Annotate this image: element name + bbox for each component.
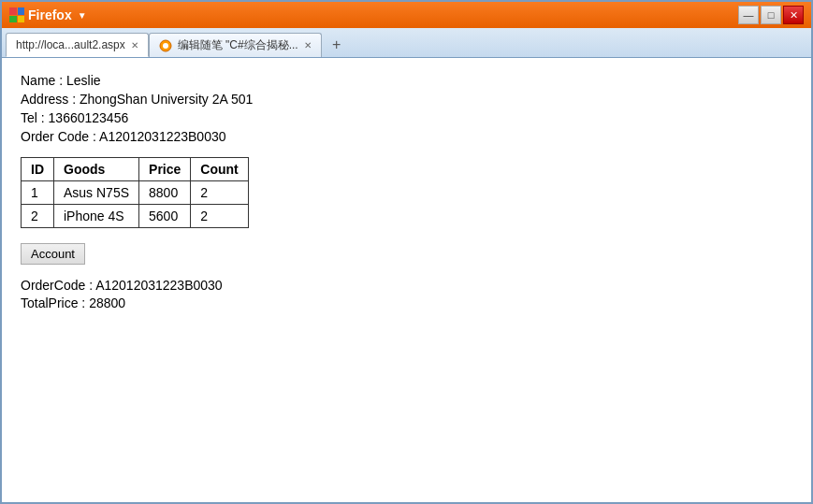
cell-count: 2 [191, 181, 248, 205]
address-line: Address : ZhongShan University 2A 501 [21, 92, 792, 107]
total-price-summary: TotalPrice : 28800 [21, 295, 792, 310]
cell-count: 2 [191, 205, 248, 228]
close-button[interactable]: ✕ [783, 6, 804, 24]
titlebar: Firefox ▼ — □ ✕ [2, 2, 811, 28]
account-button[interactable]: Account [21, 243, 85, 265]
minimize-button[interactable]: — [738, 6, 759, 24]
order-code-line: Order Code : A12012031223B0030 [21, 129, 792, 144]
cell-price: 8800 [139, 181, 191, 205]
tab-1[interactable]: http://loca...ault2.aspx ✕ [6, 33, 149, 57]
tab-2-close-icon[interactable]: ✕ [304, 40, 312, 50]
tabbar: http://loca...ault2.aspx ✕ 编辑随笔 "C#综合揭秘.… [2, 28, 811, 58]
restore-button[interactable]: □ [761, 6, 781, 24]
table-header-row: ID Goods Price Count [22, 158, 249, 181]
col-goods: Goods [54, 158, 139, 181]
tab-2-icon [159, 39, 172, 52]
new-tab-button[interactable]: + [326, 35, 348, 55]
col-id: ID [22, 158, 54, 181]
tab-2-label: 编辑随笔 "C#综合揭秘... [178, 37, 298, 53]
firefox-icon [9, 7, 24, 22]
tel-line: Tel : 13660123456 [21, 110, 792, 125]
name-line: Name : Leslie [21, 73, 792, 88]
cell-id: 2 [22, 205, 54, 228]
cell-goods: Asus N75S [54, 181, 139, 205]
cell-id: 1 [22, 181, 54, 205]
cell-price: 5600 [139, 205, 191, 228]
tab-2[interactable]: 编辑随笔 "C#综合揭秘... ✕ [149, 33, 322, 57]
table-row: 1Asus N75S88002 [22, 181, 249, 205]
titlebar-controls: — □ ✕ [738, 6, 804, 24]
page-content: Name : Leslie Address : ZhongShan Univer… [2, 58, 811, 502]
titlebar-title: Firefox [28, 7, 72, 22]
order-code-summary: OrderCode : A12012031223B0030 [21, 278, 792, 293]
col-price: Price [139, 158, 191, 181]
tab-1-close-icon[interactable]: ✕ [131, 40, 138, 50]
col-count: Count [191, 158, 248, 181]
tab-1-label: http://loca...ault2.aspx [16, 38, 125, 51]
svg-point-1 [163, 43, 168, 49]
table-row: 2iPhone 4S56002 [22, 205, 249, 228]
titlebar-menu-arrow[interactable]: ▼ [78, 10, 87, 21]
goods-table: ID Goods Price Count 1Asus N75S880022iPh… [21, 157, 249, 228]
browser-window: Firefox ▼ — □ ✕ http://loca...ault2.aspx… [0, 0, 813, 504]
cell-goods: iPhone 4S [54, 205, 139, 228]
